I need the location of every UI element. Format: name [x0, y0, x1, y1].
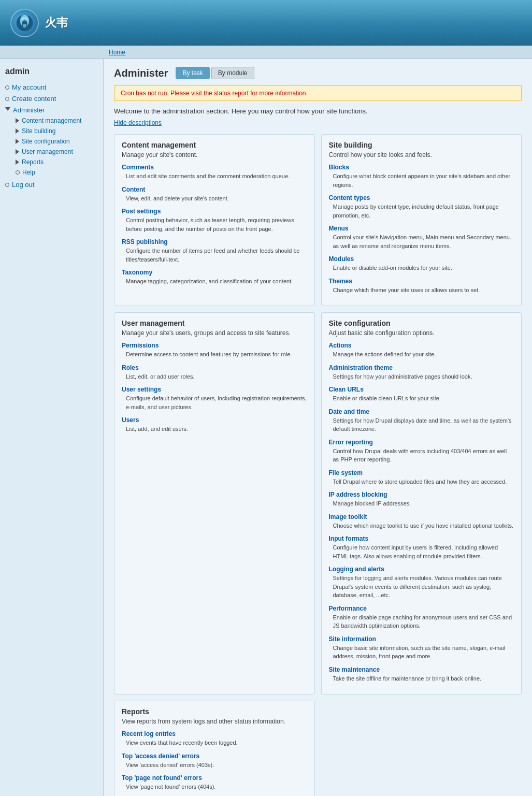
logging-alerts-link[interactable]: Logging and alerts — [329, 566, 384, 573]
menus-desc: Control your site's Navigation menu, Mai… — [329, 233, 514, 250]
administer-link[interactable]: Administer — [13, 106, 45, 114]
list-item: Logging and alerts Settings for logging … — [329, 566, 514, 600]
list-item: Roles List, edit, or add user roles. — [122, 364, 307, 381]
svg-point-3 — [23, 24, 26, 27]
clean-urls-link[interactable]: Clean URLs — [329, 386, 364, 393]
sidebar-item-reports[interactable]: Reports — [16, 157, 98, 167]
permissions-link[interactable]: Permissions — [122, 342, 159, 349]
content-types-desc: Manage posts by content type, including … — [329, 202, 514, 220]
site-information-link[interactable]: Site information — [329, 635, 376, 643]
help-link[interactable]: Help — [22, 169, 35, 176]
section-site-building-desc: Control how your site looks and feels. — [329, 151, 514, 158]
sidebar-item-logout[interactable]: Log out — [5, 180, 98, 190]
recent-log-link[interactable]: Recent log entries — [122, 730, 176, 737]
actions-link[interactable]: Actions — [329, 342, 352, 349]
sidebar-item-site-building[interactable]: Site building — [16, 126, 98, 136]
recent-log-desc: View events that have recently been logg… — [122, 739, 307, 747]
alert-link[interactable]: Cron has not run. Please visit the statu… — [121, 90, 308, 97]
list-item: Taxonomy Manage tagging, categorization,… — [122, 269, 307, 286]
page-not-found-link[interactable]: Top 'page not found' errors — [122, 774, 202, 781]
section-reports-title: Reports — [122, 707, 307, 716]
error-reporting-link[interactable]: Error reporting — [329, 439, 373, 446]
list-item: Image toolkit Choose which image toolkit… — [329, 513, 514, 530]
sidebar-item-create-content[interactable]: Create content — [5, 94, 98, 104]
section-user-management-title: User management — [122, 319, 307, 327]
date-time-desc: Settings for how Drupal displays date an… — [329, 416, 514, 433]
themes-link[interactable]: Themes — [329, 278, 352, 285]
file-system-desc: Tell Drupal where to store uploaded file… — [329, 477, 514, 486]
list-item: Error reporting Control how Drupal deals… — [329, 439, 514, 464]
comments-link[interactable]: Comments — [122, 164, 154, 171]
list-item: Top 'page not found' errors View 'page n… — [122, 774, 307, 791]
roles-link[interactable]: Roles — [122, 364, 139, 371]
admin-theme-link[interactable]: Administration theme — [329, 364, 393, 371]
image-toolkit-link[interactable]: Image toolkit — [329, 513, 367, 520]
list-item: Comments List and edit site comments and… — [122, 164, 307, 181]
sidebar-item-user-management[interactable]: User management — [16, 147, 98, 156]
header: 火韦 — [0, 0, 532, 46]
list-item: IP address blocking Manage blocked IP ad… — [329, 491, 514, 508]
content-types-link[interactable]: Content types — [329, 194, 370, 201]
page-not-found-desc: View 'page not found' errors (404s). — [122, 783, 307, 791]
sidebar-item-site-configuration[interactable]: Site configuration — [16, 137, 98, 146]
bullet-icon — [5, 85, 9, 90]
performance-link[interactable]: Performance — [329, 605, 367, 612]
list-item: RSS publishing Configure the number of i… — [122, 238, 307, 264]
menus-link[interactable]: Menus — [329, 225, 349, 232]
list-item: Permissions Determine access to content … — [122, 342, 307, 359]
sidebar-item-help[interactable]: Help — [16, 168, 98, 177]
sidebar-item-content-management[interactable]: Content management — [16, 116, 98, 125]
tab-by-module[interactable]: By module — [211, 67, 254, 79]
admin-username: admin — [5, 67, 98, 76]
user-settings-desc: Configure default behavior of users, inc… — [122, 394, 307, 411]
ip-blocking-link[interactable]: IP address blocking — [329, 491, 387, 498]
users-link[interactable]: Users — [122, 416, 139, 424]
list-item: Site maintenance Take the site offline f… — [329, 666, 514, 683]
admin-grid: Content management Manage your site's co… — [114, 134, 522, 796]
triangle-icon — [16, 118, 19, 123]
sidebar-item-my-account[interactable]: My account — [5, 82, 98, 92]
create-content-link[interactable]: Create content — [12, 95, 56, 103]
taxonomy-desc: Manage tagging, categorization, and clas… — [122, 277, 307, 286]
content-link[interactable]: Content — [122, 186, 145, 193]
logging-alerts-desc: Settings for logging and alerts modules.… — [329, 574, 514, 600]
post-settings-link[interactable]: Post settings — [122, 208, 161, 215]
section-user-management-desc: Manage your site's users, groups and acc… — [122, 329, 307, 337]
user-settings-link[interactable]: User settings — [122, 386, 161, 393]
access-denied-link[interactable]: Top 'access denied' errors — [122, 752, 199, 760]
user-management-link[interactable]: User management — [22, 148, 73, 155]
site-building-link[interactable]: Site building — [22, 127, 55, 135]
section-site-configuration: Site configuration Adjust basic site con… — [321, 312, 522, 694]
site-configuration-link[interactable]: Site configuration — [22, 138, 70, 145]
rss-publishing-link[interactable]: RSS publishing — [122, 238, 168, 245]
list-item: Top 'access denied' errors View 'access … — [122, 752, 307, 770]
site-maintenance-link[interactable]: Site maintenance — [329, 666, 380, 673]
sidebar-item-administer[interactable]: Administer Content management Site build… — [5, 105, 98, 177]
list-item: Site information Change basic site infor… — [329, 635, 514, 661]
section-content-management: Content management Manage your site's co… — [114, 134, 315, 306]
input-formats-link[interactable]: Input formats — [329, 535, 369, 542]
admin-theme-desc: Settings for how your administrative pag… — [329, 372, 514, 381]
page-title: Administer — [114, 67, 168, 79]
file-system-link[interactable]: File system — [329, 469, 363, 476]
hide-descriptions-link[interactable]: Hide descriptions — [114, 119, 522, 126]
my-account-link[interactable]: My account — [12, 83, 46, 91]
breadcrumb-home[interactable]: Home — [109, 49, 125, 56]
content-management-link[interactable]: Content management — [22, 117, 81, 124]
list-item: Clean URLs Enable or disable clean URLs … — [329, 386, 514, 403]
logout-link[interactable]: Log out — [12, 181, 34, 189]
bullet-icon — [16, 170, 20, 175]
taxonomy-link[interactable]: Taxonomy — [122, 269, 152, 276]
modules-link[interactable]: Modules — [329, 255, 354, 263]
image-toolkit-desc: Choose which image toolkit to use if you… — [329, 522, 514, 530]
triangle-icon — [16, 139, 19, 144]
section-site-building-title: Site building — [329, 141, 514, 149]
section-reports: Reports View reports from system logs an… — [114, 701, 315, 796]
list-item: Actions Manage the actions defined for y… — [329, 342, 514, 359]
list-item: Date and time Settings for how Drupal di… — [329, 408, 514, 433]
blocks-link[interactable]: Blocks — [329, 164, 349, 171]
date-time-link[interactable]: Date and time — [329, 408, 370, 415]
tab-by-task[interactable]: By task — [176, 67, 209, 79]
reports-link[interactable]: Reports — [22, 158, 44, 166]
welcome-text: Welcome to the administration section. H… — [114, 107, 522, 115]
